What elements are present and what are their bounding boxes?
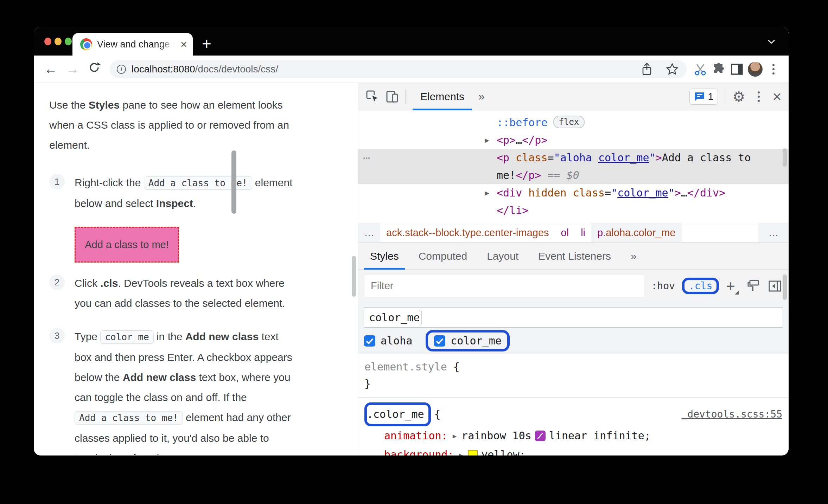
close-window-button[interactable] <box>44 38 51 45</box>
styles-filter-input[interactable] <box>364 275 644 297</box>
breadcrumb-item-stack[interactable]: ack.stack--block.type.center-images <box>380 223 555 242</box>
tab-computed[interactable]: Computed <box>409 243 477 270</box>
show-sidebar-icon[interactable] <box>768 279 782 293</box>
step-number: 1 <box>49 174 65 189</box>
browser-tab[interactable]: View and change CSS - Chrome × <box>72 33 193 56</box>
cls-annotation-ring: .cls <box>682 278 719 294</box>
close-devtools-icon[interactable]: × <box>772 89 782 104</box>
class-toggles-row: aloha color_me <box>358 330 789 354</box>
browser-navbar: ← → i localhost:8080/docs/devtools/css/ <box>34 56 789 83</box>
bezier-editor-icon[interactable] <box>535 431 546 441</box>
checkbox-checked-icon <box>434 335 446 347</box>
chevron-down-icon[interactable] <box>765 37 777 47</box>
step-3: 3 Type color_me in the Add new class tex… <box>49 327 358 455</box>
extensions-puzzle-icon[interactable] <box>711 62 726 77</box>
window-controls <box>44 38 72 45</box>
tab-title: View and change CSS - Chrome <box>97 39 174 50</box>
step-number: 3 <box>49 328 65 343</box>
breadcrumb-item-ol[interactable]: ol <box>555 223 575 242</box>
back-button[interactable]: ← <box>42 62 60 77</box>
page-scrollbar-thumb[interactable] <box>352 256 356 297</box>
chrome-favicon-icon <box>80 38 92 50</box>
rendering-emulation-icon[interactable] <box>746 279 760 293</box>
maximize-window-button[interactable] <box>65 38 72 45</box>
rule-selector[interactable]: .color_me <box>363 408 428 420</box>
tab-styles[interactable]: Styles <box>360 243 409 270</box>
add-class-input[interactable]: color_me <box>364 307 783 328</box>
breadcrumb-overflow-right[interactable]: … <box>758 223 789 242</box>
reload-button[interactable] <box>85 61 103 77</box>
color-me-annotation-ring: .color_me <box>364 402 431 426</box>
expand-arrow-icon[interactable]: ▶ <box>459 445 463 455</box>
new-tab-button[interactable]: + <box>202 35 211 52</box>
step-number: 2 <box>49 274 65 290</box>
tab-elements[interactable]: Elements <box>411 83 473 110</box>
breadcrumb-item-selected[interactable]: p.aloha.color_me <box>591 223 681 242</box>
add-class-value: color_me <box>369 311 420 324</box>
scissors-extension-icon[interactable] <box>693 62 708 77</box>
inner-scrollbar-thumb[interactable] <box>231 150 236 214</box>
devtools-menu-icon[interactable] <box>751 89 766 104</box>
side-panel-icon[interactable] <box>730 62 744 77</box>
dom-node-div-hidden[interactable]: ▶<div hidden class="color_me">…</div> <box>358 184 789 202</box>
issues-count: 1 <box>708 91 714 102</box>
toggle-cls-button[interactable]: .cls <box>684 279 716 293</box>
url-text: localhost:8080/docs/devtools/css/ <box>132 64 278 75</box>
site-info-icon[interactable]: i <box>117 65 126 74</box>
step-2: 2 Click .cls. DevTools reveals a text bo… <box>49 273 358 313</box>
step-text: Type color_me in the Add new class text … <box>75 327 296 455</box>
step-1: 1 Right-click the Add a class to me! ele… <box>49 173 358 213</box>
device-toolbar-icon[interactable] <box>385 89 400 104</box>
toggle-hov-button[interactable]: :hov <box>651 280 675 292</box>
tab-event-listeners[interactable]: Event Listeners <box>528 243 621 270</box>
page-content: Use the Styles pane to see how an elemen… <box>34 83 358 455</box>
steps-list: 1 Right-click the Add a class to me! ele… <box>49 173 358 455</box>
dom-tree: ::beforeflex ▶<p>…</p> … <p class="aloha… <box>358 110 789 223</box>
styles-tab-bar: Styles Computed Layout Event Listeners » <box>358 243 789 270</box>
dom-node-before-pseudo[interactable]: ::beforeflex <box>358 114 789 131</box>
settings-gear-icon[interactable]: ⚙ <box>732 90 745 104</box>
share-icon[interactable] <box>639 62 654 77</box>
new-style-rule-button[interactable]: + <box>726 279 739 293</box>
demo-box-label: Add a class to me! <box>85 239 169 251</box>
address-bar[interactable]: i localhost:8080/docs/devtools/css/ <box>110 60 687 78</box>
minimize-window-button[interactable] <box>55 38 62 45</box>
checkbox-checked-icon <box>364 335 376 347</box>
color-me-rule[interactable]: .color_me { _devtools.scss:55 animation:… <box>358 398 789 455</box>
dom-scrollbar-thumb[interactable] <box>783 148 787 167</box>
intro-paragraph: Use the Styles pane to see how an elemen… <box>49 95 295 155</box>
bookmark-star-icon[interactable] <box>665 62 680 77</box>
breadcrumb-item-li[interactable]: li <box>575 223 591 242</box>
profile-avatar[interactable] <box>748 62 763 77</box>
styles-scrollbar-thumb[interactable] <box>783 274 787 300</box>
more-tabs-chevron[interactable]: » <box>621 243 647 270</box>
forward-button[interactable]: → <box>63 62 82 77</box>
node-options-dots[interactable]: … <box>363 146 371 164</box>
browser-window: View and change CSS - Chrome × + ← → i l… <box>34 27 789 455</box>
inspect-element-icon[interactable] <box>365 89 380 104</box>
dom-node-p-selected[interactable]: … <p class="aloha color_me">Add a class … <box>358 149 789 184</box>
tab-layout[interactable]: Layout <box>477 243 528 270</box>
issues-badge-button[interactable]: 1 <box>689 89 718 105</box>
css-property-animation[interactable]: animation: ▶ rainbow 10s linear infinite… <box>364 426 782 445</box>
step-text: Right-click the Add a class to me! eleme… <box>75 173 296 213</box>
class-toggle-color-me[interactable]: color_me <box>426 330 510 351</box>
dom-node-li-close[interactable]: </li> <box>358 202 789 219</box>
css-property-background[interactable]: background: ▶ yellow; <box>364 445 782 455</box>
add-new-class-section: color_me <box>358 302 789 330</box>
color-swatch-yellow[interactable] <box>468 450 478 455</box>
expand-arrow-icon[interactable]: ▶ <box>453 426 457 445</box>
stylesheet-source-link[interactable]: _devtools.scss:55 <box>681 405 782 424</box>
browser-menu-icon[interactable] <box>766 62 781 77</box>
styles-filter-bar: :hov .cls + <box>358 270 789 302</box>
step-text: Click .cls. DevTools reveals a text box … <box>75 273 296 313</box>
dom-node-p-collapsed[interactable]: ▶<p>…</p> <box>358 131 789 149</box>
demo-add-class-box[interactable]: Add a class to me! <box>75 227 179 263</box>
breadcrumb-overflow-left[interactable]: … <box>358 223 380 242</box>
class-toggle-aloha[interactable]: aloha <box>364 335 412 347</box>
text-cursor <box>421 311 421 324</box>
more-panels-chevron[interactable]: » <box>473 90 490 103</box>
element-style-rule[interactable]: element.style { } <box>358 354 789 398</box>
tab-strip: View and change CSS - Chrome × + <box>34 27 789 56</box>
tab-close-icon[interactable]: × <box>180 39 187 50</box>
